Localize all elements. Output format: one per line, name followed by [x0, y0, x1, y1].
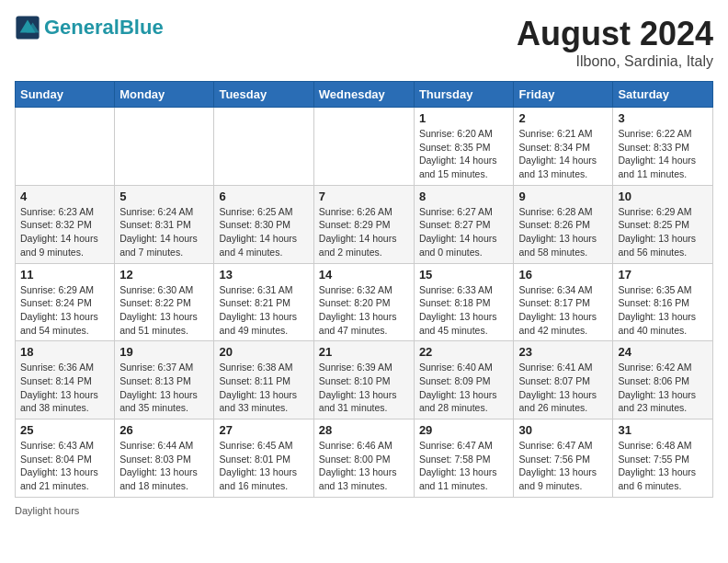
day-cell-25: 25Sunrise: 6:43 AM Sunset: 8:04 PM Dayli… [16, 419, 115, 498]
day-number: 13 [219, 268, 308, 282]
day-number: 24 [618, 345, 708, 359]
day-info: Sunrise: 6:43 AM Sunset: 8:04 PM Dayligh… [20, 439, 109, 493]
day-header-wednesday: Wednesday [313, 82, 414, 108]
logo: GeneralBlue [15, 15, 164, 40]
title-block: August 2024 Ilbono, Sardinia, Italy [517, 15, 713, 70]
day-number: 23 [518, 345, 608, 359]
day-number: 2 [518, 111, 608, 125]
day-number: 30 [518, 423, 608, 437]
day-info: Sunrise: 6:46 AM Sunset: 8:00 PM Dayligh… [319, 439, 409, 493]
day-number: 19 [119, 345, 209, 359]
day-cell-27: 27Sunrise: 6:45 AM Sunset: 8:01 PM Dayli… [214, 419, 313, 498]
day-cell-17: 17Sunrise: 6:35 AM Sunset: 8:16 PM Dayli… [613, 263, 713, 341]
day-info: Sunrise: 6:40 AM Sunset: 8:09 PM Dayligh… [419, 361, 509, 415]
calendar-table: SundayMondayTuesdayWednesdayThursdayFrid… [15, 81, 713, 498]
empty-cell [16, 108, 115, 186]
day-info: Sunrise: 6:35 AM Sunset: 8:16 PM Dayligh… [618, 283, 708, 338]
day-cell-26: 26Sunrise: 6:44 AM Sunset: 8:03 PM Dayli… [115, 419, 214, 498]
day-cell-5: 5Sunrise: 6:24 AM Sunset: 8:31 PM Daylig… [115, 185, 214, 263]
day-info: Sunrise: 6:25 AM Sunset: 8:30 PM Dayligh… [219, 205, 308, 259]
day-info: Sunrise: 6:45 AM Sunset: 8:01 PM Dayligh… [219, 439, 308, 493]
day-number: 31 [618, 423, 708, 437]
day-cell-12: 12Sunrise: 6:30 AM Sunset: 8:22 PM Dayli… [115, 263, 214, 341]
day-cell-3: 3Sunrise: 6:22 AM Sunset: 8:33 PM Daylig… [613, 108, 713, 186]
day-cell-1: 1Sunrise: 6:20 AM Sunset: 8:35 PM Daylig… [414, 108, 514, 186]
day-cell-30: 30Sunrise: 6:47 AM Sunset: 7:56 PM Dayli… [514, 419, 613, 498]
day-cell-24: 24Sunrise: 6:42 AM Sunset: 8:06 PM Dayli… [613, 341, 713, 419]
day-info: Sunrise: 6:47 AM Sunset: 7:56 PM Dayligh… [518, 439, 608, 493]
day-info: Sunrise: 6:36 AM Sunset: 8:14 PM Dayligh… [20, 361, 109, 415]
day-number: 7 [319, 190, 409, 203]
day-number: 26 [119, 423, 209, 437]
day-info: Sunrise: 6:31 AM Sunset: 8:21 PM Dayligh… [219, 283, 308, 338]
empty-cell [115, 108, 214, 186]
day-info: Sunrise: 6:37 AM Sunset: 8:13 PM Dayligh… [119, 361, 209, 415]
day-number: 4 [20, 190, 109, 203]
day-info: Sunrise: 6:42 AM Sunset: 8:06 PM Dayligh… [618, 361, 708, 415]
day-number: 28 [319, 423, 409, 437]
day-info: Sunrise: 6:26 AM Sunset: 8:29 PM Dayligh… [319, 205, 409, 259]
day-info: Sunrise: 6:29 AM Sunset: 8:25 PM Dayligh… [618, 205, 708, 259]
day-info: Sunrise: 6:23 AM Sunset: 8:32 PM Dayligh… [20, 205, 109, 259]
day-info: Sunrise: 6:27 AM Sunset: 8:27 PM Dayligh… [419, 205, 509, 259]
day-cell-7: 7Sunrise: 6:26 AM Sunset: 8:29 PM Daylig… [313, 185, 414, 263]
day-cell-16: 16Sunrise: 6:34 AM Sunset: 8:17 PM Dayli… [514, 263, 613, 341]
day-info: Sunrise: 6:24 AM Sunset: 8:31 PM Dayligh… [119, 205, 209, 259]
day-number: 25 [20, 423, 109, 437]
day-cell-29: 29Sunrise: 6:47 AM Sunset: 7:58 PM Dayli… [414, 419, 514, 498]
location: Ilbono, Sardinia, Italy [517, 53, 713, 70]
logo-icon [15, 15, 40, 40]
day-cell-21: 21Sunrise: 6:39 AM Sunset: 8:10 PM Dayli… [313, 341, 414, 419]
day-cell-18: 18Sunrise: 6:36 AM Sunset: 8:14 PM Dayli… [16, 341, 115, 419]
week-row-5: 25Sunrise: 6:43 AM Sunset: 8:04 PM Dayli… [16, 419, 713, 498]
day-cell-28: 28Sunrise: 6:46 AM Sunset: 8:00 PM Dayli… [313, 419, 414, 498]
day-cell-10: 10Sunrise: 6:29 AM Sunset: 8:25 PM Dayli… [613, 185, 713, 263]
empty-cell [214, 108, 313, 186]
day-info: Sunrise: 6:29 AM Sunset: 8:24 PM Dayligh… [20, 283, 109, 338]
day-info: Sunrise: 6:33 AM Sunset: 8:18 PM Dayligh… [419, 283, 509, 338]
day-cell-19: 19Sunrise: 6:37 AM Sunset: 8:13 PM Dayli… [115, 341, 214, 419]
day-number: 9 [518, 190, 608, 203]
day-number: 11 [20, 268, 109, 282]
day-cell-8: 8Sunrise: 6:27 AM Sunset: 8:27 PM Daylig… [414, 185, 514, 263]
day-header-sunday: Sunday [16, 82, 115, 108]
day-info: Sunrise: 6:41 AM Sunset: 8:07 PM Dayligh… [518, 361, 608, 415]
empty-cell [313, 108, 414, 186]
week-row-1: 1Sunrise: 6:20 AM Sunset: 8:35 PM Daylig… [16, 108, 713, 186]
day-number: 1 [419, 111, 509, 125]
day-number: 16 [518, 268, 608, 282]
day-cell-9: 9Sunrise: 6:28 AM Sunset: 8:26 PM Daylig… [514, 185, 613, 263]
logo-text: GeneralBlue [44, 17, 164, 38]
week-row-3: 11Sunrise: 6:29 AM Sunset: 8:24 PM Dayli… [16, 263, 713, 341]
day-number: 17 [618, 268, 708, 282]
logo-blue: Blue [119, 16, 164, 39]
days-header-row: SundayMondayTuesdayWednesdayThursdayFrid… [16, 82, 713, 108]
day-info: Sunrise: 6:44 AM Sunset: 8:03 PM Dayligh… [119, 439, 209, 493]
day-info: Sunrise: 6:30 AM Sunset: 8:22 PM Dayligh… [119, 283, 209, 338]
day-cell-15: 15Sunrise: 6:33 AM Sunset: 8:18 PM Dayli… [414, 263, 514, 341]
day-number: 15 [419, 268, 509, 282]
month-title: August 2024 [517, 15, 713, 53]
day-number: 20 [219, 345, 308, 359]
day-info: Sunrise: 6:38 AM Sunset: 8:11 PM Dayligh… [219, 361, 308, 415]
day-cell-22: 22Sunrise: 6:40 AM Sunset: 8:09 PM Dayli… [414, 341, 514, 419]
day-info: Sunrise: 6:22 AM Sunset: 8:33 PM Dayligh… [618, 127, 708, 181]
day-number: 27 [219, 423, 308, 437]
day-cell-4: 4Sunrise: 6:23 AM Sunset: 8:32 PM Daylig… [16, 185, 115, 263]
day-header-monday: Monday [115, 82, 214, 108]
day-number: 29 [419, 423, 509, 437]
day-cell-11: 11Sunrise: 6:29 AM Sunset: 8:24 PM Dayli… [16, 263, 115, 341]
day-number: 14 [319, 268, 409, 282]
day-number: 8 [419, 190, 509, 203]
day-info: Sunrise: 6:39 AM Sunset: 8:10 PM Dayligh… [319, 361, 409, 415]
footer-note: Daylight hours [15, 505, 713, 516]
day-info: Sunrise: 6:21 AM Sunset: 8:34 PM Dayligh… [518, 127, 608, 181]
day-header-saturday: Saturday [613, 82, 713, 108]
day-number: 10 [618, 190, 708, 203]
week-row-4: 18Sunrise: 6:36 AM Sunset: 8:14 PM Dayli… [16, 341, 713, 419]
day-info: Sunrise: 6:34 AM Sunset: 8:17 PM Dayligh… [518, 283, 608, 338]
day-info: Sunrise: 6:47 AM Sunset: 7:58 PM Dayligh… [419, 439, 509, 493]
logo-general: General [44, 16, 119, 39]
day-header-tuesday: Tuesday [214, 82, 313, 108]
daylight-note: Daylight hours [15, 505, 79, 516]
